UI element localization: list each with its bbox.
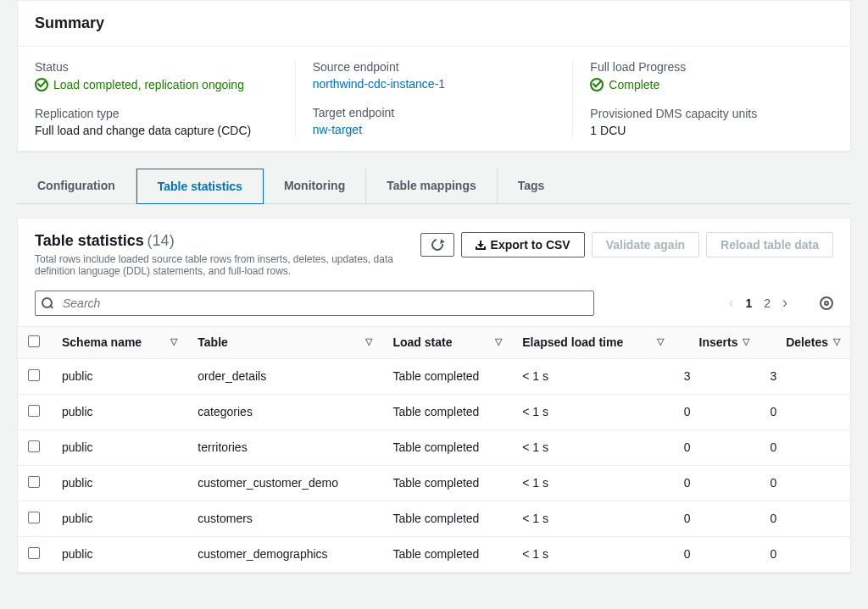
page-next-icon[interactable]: ›: [782, 294, 787, 312]
row-checkbox[interactable]: [28, 405, 40, 417]
full-load-progress-text: Complete: [609, 78, 659, 91]
col-load-state[interactable]: Load state▽: [382, 326, 512, 358]
tab-monitoring[interactable]: Monitoring: [264, 169, 366, 203]
full-load-progress-value: Complete: [590, 78, 659, 91]
search-input[interactable]: [35, 291, 594, 316]
summary-col-1: Status Load completed, replication ongoi…: [18, 60, 296, 137]
source-endpoint-link[interactable]: northwind-cdc-instance-1: [313, 77, 556, 91]
page-prev-icon[interactable]: ‹: [728, 294, 733, 312]
cell-inserts: 0: [674, 536, 760, 572]
table-row: publicorder_detailsTable completed< 1 s3…: [18, 358, 850, 394]
cell-schema: public: [52, 358, 187, 394]
cell-load-state: Table completed: [382, 394, 512, 429]
cell-schema: public: [52, 536, 187, 572]
cell-table: territories: [187, 429, 382, 465]
stats-description: Total rows include loaded source table r…: [35, 253, 420, 277]
reload-table-data-button[interactable]: Reload table data: [706, 232, 833, 257]
sort-caret-icon: ▽: [743, 336, 749, 347]
row-checkbox[interactable]: [28, 476, 40, 488]
cell-deletes: 0: [760, 429, 850, 465]
cell-inserts: 0: [674, 429, 760, 465]
check-circle-icon: [35, 78, 48, 91]
tab-configuration[interactable]: Configuration: [17, 169, 136, 203]
cell-inserts: 3: [674, 358, 760, 394]
cell-elapsed: < 1 s: [512, 394, 673, 429]
table-row: publiccategoriesTable completed< 1 s00: [18, 394, 850, 429]
stats-count: (14): [147, 232, 175, 249]
table-row: publicterritoriesTable completed< 1 s00: [18, 429, 850, 465]
cell-load-state: Table completed: [382, 536, 512, 572]
cell-table: customer_demographics: [187, 536, 382, 572]
capacity-label: Provisioned DMS capacity units: [590, 107, 833, 120]
row-checkbox[interactable]: [28, 440, 40, 452]
col-elapsed[interactable]: Elapsed load time▽: [512, 326, 673, 358]
refresh-button[interactable]: [420, 233, 454, 257]
sort-caret-icon: ▽: [495, 336, 502, 347]
col-table-label: Table: [198, 335, 228, 349]
table-row: publiccustomersTable completed< 1 s00: [18, 501, 850, 536]
tab-table-statistics[interactable]: Table statistics: [136, 169, 264, 204]
page-2[interactable]: 2: [764, 296, 771, 310]
cell-load-state: Table completed: [382, 429, 512, 465]
col-schema[interactable]: Schema name▽: [52, 326, 187, 358]
sort-caret-icon: ▽: [170, 336, 177, 347]
summary-header: Summary: [18, 1, 850, 47]
cell-elapsed: < 1 s: [512, 465, 673, 501]
cell-elapsed: < 1 s: [512, 501, 673, 536]
cell-inserts: 0: [674, 394, 760, 429]
stats-title-block: Table statistics (14) Total rows include…: [35, 232, 420, 277]
select-all-checkbox[interactable]: [28, 335, 40, 347]
export-csv-label: Export to CSV: [491, 238, 570, 252]
download-icon: [476, 240, 486, 250]
sort-caret-icon: ▽: [833, 336, 840, 347]
cell-schema: public: [52, 429, 187, 465]
check-circle-icon: [590, 78, 604, 91]
tab-tags[interactable]: Tags: [498, 169, 565, 203]
col-deletes-label: Deletes: [786, 335, 828, 349]
cell-deletes: 3: [760, 358, 850, 394]
tabs: Configuration Table statistics Monitorin…: [17, 169, 851, 204]
cell-schema: public: [52, 394, 187, 429]
col-load-state-label: Load state: [392, 335, 452, 349]
col-deletes[interactable]: Deletes▽: [760, 326, 850, 358]
tab-table-mappings[interactable]: Table mappings: [366, 169, 498, 203]
row-checkbox[interactable]: [28, 369, 40, 381]
summary-col-3: Full load Progress Complete Provisioned …: [573, 60, 850, 137]
full-load-progress-label: Full load Progress: [590, 60, 833, 74]
summary-col-2: Source endpoint northwind-cdc-instance-1…: [296, 60, 574, 137]
target-endpoint-link[interactable]: nw-target: [313, 123, 556, 136]
cell-inserts: 0: [674, 501, 760, 536]
cell-load-state: Table completed: [382, 465, 512, 501]
col-inserts[interactable]: Inserts▽: [674, 326, 760, 358]
table-row: publiccustomer_customer_demoTable comple…: [18, 465, 850, 501]
capacity-value: 1 DCU: [590, 124, 833, 137]
cell-load-state: Table completed: [382, 358, 512, 394]
sort-caret-icon: ▽: [365, 336, 372, 347]
target-endpoint-label: Target endpoint: [313, 106, 556, 119]
cell-schema: public: [52, 501, 187, 536]
cell-table: categories: [187, 394, 382, 429]
export-csv-button[interactable]: Export to CSV: [461, 232, 585, 257]
cell-elapsed: < 1 s: [512, 536, 673, 572]
col-schema-label: Schema name: [62, 335, 142, 349]
table-controls: ‹ 1 2 ›: [18, 284, 850, 326]
page-1[interactable]: 1: [745, 296, 752, 310]
cell-deletes: 0: [760, 536, 850, 572]
cell-elapsed: < 1 s: [512, 429, 673, 465]
cell-schema: public: [52, 465, 187, 501]
cell-deletes: 0: [760, 465, 850, 501]
row-checkbox[interactable]: [28, 547, 40, 559]
table-statistics-card: Table statistics (14) Total rows include…: [17, 218, 851, 573]
cell-load-state: Table completed: [382, 501, 512, 536]
col-table[interactable]: Table▽: [187, 326, 382, 358]
gear-icon[interactable]: [820, 296, 833, 310]
row-checkbox[interactable]: [28, 512, 40, 523]
stats-table: Schema name▽ Table▽ Load state▽ Elapsed …: [18, 326, 850, 573]
stats-header: Table statistics (14) Total rows include…: [18, 219, 850, 284]
search-icon: [42, 297, 53, 309]
validate-again-button[interactable]: Validate again: [592, 232, 699, 257]
cell-elapsed: < 1 s: [512, 358, 673, 394]
summary-body: Status Load completed, replication ongoi…: [18, 47, 850, 151]
col-inserts-label: Inserts: [699, 335, 738, 349]
cell-table: customers: [187, 501, 382, 536]
